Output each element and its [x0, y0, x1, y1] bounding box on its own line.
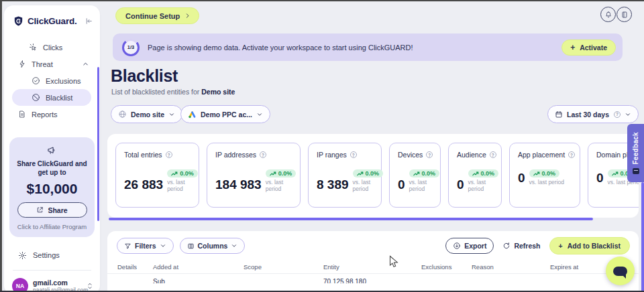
gear-icon — [18, 251, 27, 260]
share-button[interactable]: Share — [17, 202, 87, 218]
column-header[interactable]: Exclusions — [421, 263, 472, 271]
refresh-button[interactable]: Refresh — [502, 242, 540, 250]
external-link-icon — [36, 206, 44, 214]
stat-value: 0 — [596, 171, 604, 186]
info-icon: ? — [426, 151, 433, 158]
affiliate-share-card[interactable]: Share ClickGuard and get up to $10,000 S… — [9, 137, 95, 237]
stat-compare: vs. last period — [409, 179, 440, 192]
activate-button[interactable]: + Activate — [561, 40, 616, 56]
chevron-down-icon — [168, 111, 175, 118]
page-title: Blacklist — [111, 66, 178, 86]
blacklist-icon — [32, 93, 40, 102]
stat-label: Audience — [457, 151, 486, 159]
site-selector[interactable]: Demo site — [111, 105, 182, 123]
cell-entity: 70.125.98.180 — [323, 278, 421, 283]
ppc-account-selector[interactable]: Demo PPC ac... — [180, 105, 270, 123]
column-header[interactable]: Reason — [472, 263, 550, 271]
account-switcher[interactable]: NA gmail.com naatali.ro@gmail.com — [4, 277, 100, 292]
user-name: gmail.com — [33, 279, 82, 287]
sidebar-item-threat[interactable]: Threat — [4, 56, 100, 72]
trend-up-icon — [171, 171, 178, 176]
sidebar-collapse-icon[interactable] — [85, 17, 93, 25]
trend-up-icon — [413, 171, 420, 176]
stat-value: 26 883 — [124, 177, 163, 192]
bell-icon — [604, 11, 612, 19]
cell-scope — [244, 278, 323, 283]
threat-icon — [18, 60, 26, 68]
stat-delta: 0.0% — [366, 170, 380, 177]
stat-compare: vs. last period — [529, 179, 564, 186]
reports-icon — [18, 110, 26, 119]
up-down-chevron-icon — [87, 282, 93, 290]
share-caption: Click to Affiliate Program — [15, 223, 89, 230]
sidebar-item-settings[interactable]: Settings — [4, 247, 100, 263]
stat-label: IP addresses — [215, 151, 256, 159]
column-header[interactable]: Added at — [153, 263, 244, 271]
table-header-row: Details Added at Scope Entity Exclusions… — [107, 261, 639, 274]
stat-card-app-placement: App placement? 0 0.0% vs. last period — [509, 143, 580, 208]
setup-progress-step: 1/3 — [124, 41, 138, 54]
chevron-down-icon — [231, 242, 237, 249]
feedback-tab[interactable]: Feedback — [627, 124, 644, 182]
stat-delta: 0.0% — [542, 170, 556, 177]
stat-compare: vs. last period — [353, 179, 384, 192]
sidebar-item-reports[interactable]: Reports — [4, 106, 100, 123]
stat-delta: 0.0% — [278, 170, 292, 177]
sidebar-item-label: Threat — [32, 60, 53, 68]
ppc-account-label: Demo PPC ac... — [201, 111, 252, 119]
date-range-label: Last 30 days — [567, 111, 609, 119]
export-label: Export — [464, 242, 486, 250]
calendar-icon — [555, 111, 563, 119]
avatar: NA — [12, 278, 28, 292]
stats-horizontal-scrollbar[interactable] — [109, 218, 593, 220]
notifications-button[interactable] — [600, 7, 616, 22]
table-row[interactable]: Sub 70.125.98.180 — [117, 278, 629, 283]
columns-button[interactable]: Columns — [180, 238, 246, 254]
plus-icon: + — [559, 242, 563, 250]
trend-up-icon — [612, 171, 619, 176]
stat-card-devices: Devices? 0 0.0% vs. last period — [389, 143, 441, 208]
sidebar-scrollbar[interactable] — [97, 67, 99, 221]
settings-label: Settings — [33, 251, 60, 259]
setup-progress-ring: 1/3 — [122, 39, 140, 56]
refresh-icon — [502, 242, 511, 250]
stat-label: App placement — [518, 151, 565, 159]
column-header[interactable]: Entity — [323, 263, 421, 271]
trend-up-icon — [357, 171, 364, 176]
stat-card-ip-addresses: IP addresses? 184 983 0.0% vs. last peri… — [207, 143, 301, 208]
info-icon: ? — [614, 111, 621, 118]
trend-up-icon — [533, 171, 540, 176]
info-icon: ? — [568, 151, 575, 158]
feedback-label: Feedback — [632, 132, 639, 165]
clickguard-logo-icon — [13, 15, 24, 27]
divider — [13, 270, 91, 271]
filters-button[interactable]: Filters — [117, 238, 174, 254]
export-button[interactable]: Export — [445, 238, 494, 254]
stat-card-ip-ranges: IP ranges? 8 389 0.0% vs. last period — [308, 143, 382, 208]
columns-label: Columns — [198, 242, 228, 250]
stats-panel: Total entries? 26 883 0.0% vs. last peri… — [107, 134, 639, 218]
date-range-selector[interactable]: Last 30 days ? — [547, 105, 639, 123]
demo-data-banner: 1/3 Page is showing demo data. Activate … — [113, 33, 623, 61]
sidebar: ClickGuard. Clicks Threat Exclusions Bla — [4, 5, 100, 292]
chevron-down-icon — [625, 111, 631, 118]
sidebar-item-exclusions[interactable]: Exclusions — [4, 72, 100, 89]
chat-bubble-icon — [613, 267, 627, 276]
add-to-blacklist-button[interactable]: + Add to Blacklist — [549, 237, 631, 254]
filter-icon — [124, 242, 131, 250]
continue-setup-label: Continue Setup — [125, 12, 180, 20]
banner-message: Page is showing demo data. Activate your… — [148, 44, 561, 52]
chat-widget-button[interactable] — [606, 257, 635, 285]
globe-icon — [118, 110, 127, 119]
sidebar-item-clicks[interactable]: Clicks — [4, 39, 100, 56]
column-header[interactable]: Details — [117, 263, 153, 271]
page-vertical-scrollbar[interactable] — [641, 182, 644, 292]
stat-value: 0 — [518, 171, 525, 186]
share-headline: Share ClickGuard and get up to — [15, 159, 89, 177]
continue-setup-button[interactable]: Continue Setup — [115, 7, 199, 24]
docs-button[interactable] — [616, 7, 632, 22]
sidebar-item-blacklist[interactable]: Blacklist — [12, 89, 91, 106]
page-subtitle-text: List of blacklisted entities for — [111, 88, 199, 96]
window-edge — [0, 0, 2, 292]
column-header[interactable]: Scope — [244, 263, 323, 271]
